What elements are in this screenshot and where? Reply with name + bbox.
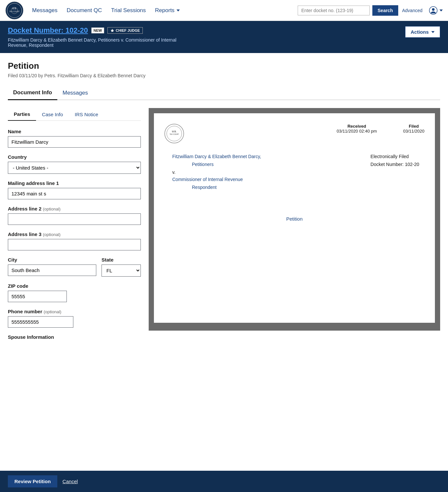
subtab-parties[interactable]: Parties (8, 108, 36, 121)
address3-optional: (optional) (43, 232, 61, 237)
address1-label: Mailing address line 1 (8, 180, 141, 186)
form-group-spouse: Spouse Information (8, 334, 141, 340)
sub-tabs: Parties Case Info IRS Notice (8, 108, 141, 121)
doc-efiled: Electronically Filed (370, 154, 419, 159)
subtab-irs-notice[interactable]: IRS Notice (69, 108, 104, 120)
address3-input[interactable] (8, 239, 141, 250)
petition-filed: Filed 03/11/20 by Petrs. Fitzwilliam Dar… (8, 73, 440, 78)
nav-documentqc[interactable]: Document QC (63, 5, 105, 16)
country-select[interactable]: - United States - (8, 162, 141, 174)
badge-new: NEW (91, 27, 104, 33)
search-input[interactable] (298, 6, 370, 15)
nav-messages[interactable]: Messages (29, 5, 61, 16)
city-label: City (8, 257, 96, 263)
address2-label: Address line 2 (optional) (8, 206, 141, 211)
state-label: State (102, 257, 141, 263)
site-logo[interactable]: U.S. TAX COURT (5, 1, 24, 20)
advanced-search-link[interactable]: Advanced (402, 8, 422, 13)
form-group-address2: Address line 2 (optional) (8, 206, 141, 225)
nav-trialsessions[interactable]: Trial Sessions (108, 5, 149, 16)
chief-judge-icon (110, 28, 114, 32)
address3-label: Address line 3 (optional) (8, 231, 141, 237)
nav-reports[interactable]: Reports (152, 5, 183, 16)
doc-received: Received 03/11/2020 02:40 pm (337, 124, 377, 134)
user-menu[interactable] (429, 6, 443, 15)
form-group-city: City (8, 257, 96, 277)
main-content: Petition Filed 03/11/20 by Petrs. Fitzwi… (0, 53, 448, 373)
case-banner: Docket Number: 102-20 NEW CHIEF JUDGE Fi… (0, 21, 448, 53)
form-group-state: State FL (102, 257, 141, 277)
doc-center-title: Petition (164, 216, 424, 222)
doc-vs: v. (172, 170, 424, 175)
doc-received-filed: Received 03/11/2020 02:40 pm Filed 03/11… (337, 124, 424, 134)
form-group-address3: Address line 3 (optional) (8, 231, 141, 250)
doc-tabs: Document Info Messages (8, 86, 440, 100)
svg-text:U.S.: U.S. (172, 130, 177, 133)
svg-point-6 (432, 8, 435, 11)
subtab-case-info[interactable]: Case Info (36, 108, 69, 120)
name-label: Name (8, 129, 141, 134)
doc-respondent-label: Respondent (172, 185, 424, 190)
user-chevron-icon (439, 9, 443, 11)
navigation: U.S. TAX COURT Messages Document QC Tria… (0, 0, 448, 21)
doc-body: Fitzwilliam Darcy & Elizabeth Bennet Dar… (164, 154, 424, 190)
svg-text:TAX COURT: TAX COURT (170, 133, 179, 135)
state-select[interactable]: FL (102, 264, 141, 277)
svg-text:TAX COURT: TAX COURT (9, 10, 20, 12)
phone-optional: (optional) (44, 309, 61, 314)
tab-document-info[interactable]: Document Info (8, 86, 57, 100)
spouse-label: Spouse Information (8, 334, 141, 340)
content-grid: Parties Case Info IRS Notice Name Countr… (8, 108, 440, 346)
form-row-city-state: City State FL (8, 257, 141, 283)
case-title-row: Docket Number: 102-20 NEW CHIEF JUDGE (8, 26, 178, 35)
case-subtitle: Fitzwilliam Darcy & Elizabeth Bennet Dar… (8, 37, 178, 48)
form-group-country: Country - United States - (8, 154, 141, 174)
doc-preview-panel: U.S. TAX COURT Received 03/11/2020 02:40… (149, 108, 440, 331)
reports-chevron-icon (177, 9, 180, 11)
petition-title: Petition (8, 61, 440, 71)
form-group-phone: Phone number (optional) (8, 309, 141, 328)
tab-messages[interactable]: Messages (57, 86, 93, 100)
actions-chevron-icon (431, 31, 435, 33)
doc-filed: Filed 03/11/2020 (403, 124, 424, 134)
name-input[interactable] (8, 136, 141, 148)
left-panel: Parties Case Info IRS Notice Name Countr… (8, 108, 149, 346)
user-icon (429, 6, 438, 15)
city-input[interactable] (8, 264, 96, 276)
doc-court-seal: U.S. TAX COURT (164, 124, 184, 143)
form-group-name: Name (8, 129, 141, 148)
address1-input[interactable] (8, 188, 141, 199)
badge-chief-judge: CHIEF JUDGE (107, 27, 143, 34)
nav-search-area: Search Advanced (298, 5, 443, 16)
zip-input[interactable] (8, 291, 67, 302)
actions-button[interactable]: Actions (405, 26, 440, 38)
doc-header-row: U.S. TAX COURT Received 03/11/2020 02:40… (164, 124, 424, 143)
phone-input[interactable] (8, 316, 73, 328)
doc-respondent-org: Commissioner of Internal Revenue (172, 177, 424, 182)
doc-preview: U.S. TAX COURT Received 03/11/2020 02:40… (154, 113, 435, 323)
doc-docket-number: Docket Number: 102-20 (370, 162, 419, 167)
phone-label: Phone number (optional) (8, 309, 141, 314)
nav-links: Messages Document QC Trial Sessions Repo… (29, 5, 298, 16)
search-button[interactable]: Search (372, 5, 398, 16)
case-banner-info: Docket Number: 102-20 NEW CHIEF JUDGE Fi… (8, 26, 178, 48)
form-group-zip: ZIP code (8, 283, 141, 302)
zip-label: ZIP code (8, 283, 141, 289)
country-label: Country (8, 154, 141, 160)
form-group-address1: Mailing address line 1 (8, 180, 141, 199)
docket-number-title[interactable]: Docket Number: 102-20 (8, 26, 88, 35)
address2-input[interactable] (8, 213, 141, 225)
address2-optional: (optional) (43, 207, 61, 211)
doc-right-block: Electronically Filed Docket Number: 102-… (370, 154, 419, 167)
